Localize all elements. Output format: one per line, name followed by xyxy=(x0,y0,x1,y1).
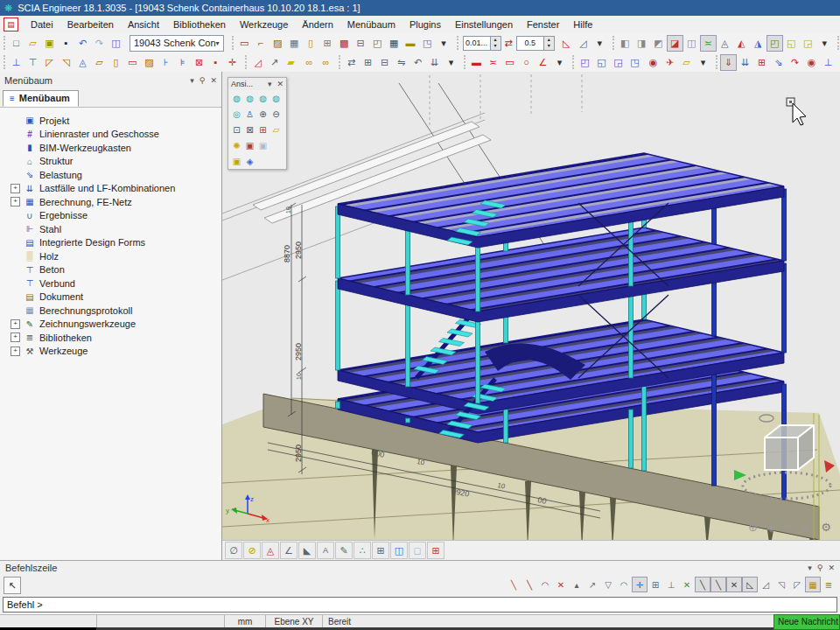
save-project-icon[interactable]: ▣ xyxy=(41,35,58,52)
menu-ansicht[interactable]: Ansicht xyxy=(121,18,166,32)
toolbar-grip[interactable] xyxy=(232,36,234,50)
new-rafter-icon[interactable]: ◸ xyxy=(41,54,58,71)
new-subregion-icon[interactable]: ▨ xyxy=(141,54,158,71)
chevron-down-icon[interactable]: ▾ xyxy=(808,564,812,572)
expand-icon[interactable]: + xyxy=(10,332,20,342)
table-input-icon[interactable]: ▦ xyxy=(805,577,821,592)
toolbar-grip[interactable] xyxy=(245,55,247,69)
view-inactive-icon[interactable]: ◻ xyxy=(409,542,426,559)
free-load-icon[interactable]: ⇘ xyxy=(770,54,787,71)
printer-icon[interactable]: ◰ xyxy=(369,35,386,52)
edit-polyline-icon[interactable]: ◿ xyxy=(249,54,266,71)
expand-icon[interactable]: + xyxy=(10,346,20,356)
spinner-arrows-icon[interactable]: ▴▾ xyxy=(491,36,501,51)
draw-rectangle-icon[interactable]: ▭ xyxy=(501,54,518,71)
show-load-display-icon[interactable]: ◲ xyxy=(800,35,816,52)
array-icon[interactable]: ⇊ xyxy=(426,54,443,71)
snap-cross-icon[interactable]: ✕ xyxy=(679,577,695,592)
menu-menuebaum[interactable]: Menübaum xyxy=(340,18,402,32)
calculator-icon[interactable]: ▦ xyxy=(386,35,402,52)
moment-load-icon[interactable]: ↷ xyxy=(787,54,803,71)
cursor-snap-icon[interactable]: ⇄ xyxy=(504,35,514,52)
point-load-icon[interactable]: ⇓ xyxy=(720,54,737,71)
snap-intersection-icon[interactable]: ✕ xyxy=(726,577,742,592)
step-spinner[interactable]: 0.5 ▴▾ xyxy=(516,36,555,51)
struktur-tree-item[interactable]: ⌂ Struktur xyxy=(0,155,221,169)
toolbar-grip[interactable] xyxy=(339,55,340,69)
search-nodes-icon[interactable]: ∞ xyxy=(318,54,334,71)
projekt-tree-item[interactable]: ▣ Projekt xyxy=(0,114,221,128)
cmd-draw-circle-icon[interactable]: ◠ xyxy=(537,577,553,592)
precision-value[interactable]: 0.01... xyxy=(463,36,491,51)
global-axes-icon[interactable]: ◬ xyxy=(262,542,279,559)
new-column-icon[interactable]: ⊥ xyxy=(8,54,24,71)
werkzeuge-tree-item[interactable]: + ⚒ Werkzeuge xyxy=(0,345,221,359)
new-plate-icon[interactable]: ▱ xyxy=(91,54,108,71)
plane-angle-icon[interactable]: ◺ xyxy=(558,35,575,52)
snap-midpoint-icon[interactable]: ╲ xyxy=(710,577,726,592)
close-icon[interactable]: ✕ xyxy=(210,76,217,85)
redo-icon[interactable]: ↷ xyxy=(91,35,108,52)
cmd-draw-polyline-icon[interactable]: ╲ xyxy=(522,577,537,592)
picture-gallery-icon[interactable]: ▩ xyxy=(336,35,353,52)
new-purlin-icon[interactable]: ◹ xyxy=(58,54,74,71)
catalog-icon[interactable]: ▦ xyxy=(286,35,303,52)
cmd-move-node-icon[interactable]: ↗ xyxy=(584,577,600,592)
line-load-icon[interactable]: ⇊ xyxy=(737,54,753,71)
show-shrinked-icon[interactable]: ◫ xyxy=(683,35,700,52)
new-rib-icon[interactable]: ⊦ xyxy=(158,54,174,71)
cmd-erase-icon[interactable]: ✕ xyxy=(553,577,569,592)
expand-icon[interactable]: + xyxy=(10,184,20,193)
close-icon[interactable]: ✕ xyxy=(276,80,284,88)
close-view-window-icon[interactable]: ◳ xyxy=(626,54,643,71)
close-icon[interactable]: ✕ xyxy=(828,564,835,572)
drag-node-icon[interactable]: ↗ xyxy=(266,54,283,71)
expand-icon[interactable]: + xyxy=(10,319,20,329)
move-icon[interactable]: ⇄ xyxy=(343,54,360,71)
new-wall-icon[interactable]: ▯ xyxy=(108,54,124,71)
menu-aendern[interactable]: Ändern xyxy=(295,18,340,32)
command-panel-header[interactable]: Befehlszeile ▾ ⚲ ✕ xyxy=(0,561,840,575)
snap-grid-icon[interactable]: ⊞ xyxy=(648,577,663,592)
snap-ortho-icon[interactable]: ⊥ xyxy=(663,577,679,592)
cross-sections-icon[interactable]: ⌐ xyxy=(253,35,270,52)
numeric-input-icon[interactable]: ≣ xyxy=(821,577,836,592)
copy-icon[interactable]: ⊞ xyxy=(360,54,376,71)
document-icon[interactable]: ▤ xyxy=(4,18,18,32)
menu-fenster[interactable]: Fenster xyxy=(520,18,566,32)
menu-einstellungen[interactable]: Einstellungen xyxy=(448,18,520,32)
menu-bearbeiten[interactable]: Bearbeiten xyxy=(60,18,121,32)
clip-box-icon[interactable]: ⊘ xyxy=(243,542,261,559)
light-settings-icon[interactable]: ✺ xyxy=(230,138,243,152)
zeichnungswerkzeuge-tree-item[interactable]: + ✎ Zeichnungswerkzeuge xyxy=(0,318,221,332)
toolbar-grip[interactable] xyxy=(612,36,614,50)
precision-spinner[interactable]: 0.01... ▴▾ xyxy=(463,36,501,51)
project-browser-icon[interactable]: ◫ xyxy=(108,35,124,52)
view-toolbar-panel[interactable]: Ansi... ▾ ✕ ◍◍◍◍ ◎♙⊕⊖ ⊡⊠⊞▱ ✺▣▣ ▣◈ xyxy=(228,77,287,170)
new-opening-icon[interactable]: ▭ xyxy=(124,54,141,71)
surface-load-icon[interactable]: ⊞ xyxy=(753,54,770,71)
mirror-icon[interactable]: ⇋ xyxy=(393,54,410,71)
copy-view-content-icon[interactable]: ◰ xyxy=(577,54,593,71)
verbund-tree-item[interactable]: ⊤ Verbund xyxy=(0,276,221,290)
berechnungsprotokoll-tree-item[interactable]: ▦ Berechnungsprotokoll xyxy=(0,304,221,318)
new-view-window-icon[interactable]: ◲ xyxy=(610,54,626,71)
cmd-curve-icon[interactable]: ◠ xyxy=(616,577,632,592)
show-volumes-icon[interactable]: ◧ xyxy=(617,35,634,52)
result-diagram-icon[interactable]: ∠ xyxy=(280,542,298,559)
snap-perpendicular-icon[interactable]: ◺ xyxy=(742,577,758,592)
tab-menuebaum[interactable]: ≡ Menübaum xyxy=(3,90,79,107)
lastfaelle-und-lf-kombinationen-tree-item[interactable]: + ⇊ Lastfälle und LF-Kombinationen xyxy=(0,182,221,196)
snap-tangent-icon[interactable]: ◿ xyxy=(758,577,774,592)
selection-cursor-button[interactable]: ↖ xyxy=(4,577,21,594)
labels-abc-icon[interactable]: A xyxy=(317,542,334,559)
linienraster-und-geschosse-tree-item[interactable]: # Linienraster und Geschosse xyxy=(0,128,221,142)
beton-tree-item[interactable]: ⊤ Beton xyxy=(0,263,221,277)
grid-settings-icon[interactable]: ⊞ xyxy=(319,35,336,52)
menu-plugins[interactable]: Plugins xyxy=(402,18,448,32)
menu-bibliotheken[interactable]: Bibliotheken xyxy=(166,18,233,32)
expand-icon[interactable]: + xyxy=(10,197,20,206)
zoom-out-icon[interactable]: ⊖ xyxy=(270,107,283,121)
draw-angle-icon[interactable]: ∠ xyxy=(535,54,551,71)
search-members-icon[interactable]: ∞ xyxy=(301,54,318,71)
